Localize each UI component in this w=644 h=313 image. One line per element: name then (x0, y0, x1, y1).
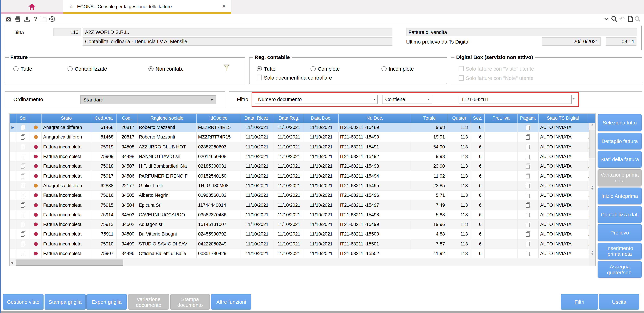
column-header-idCodice[interactable]: IdCodice (197, 114, 240, 123)
payment-icon[interactable] (518, 142, 539, 152)
column-header-marker[interactable] (10, 114, 16, 123)
table-row[interactable]: Fattura incompleta7590934498NANNI OTTAVI… (10, 152, 595, 162)
select-row-icon[interactable] (16, 142, 30, 152)
help-icon[interactable]: ? (32, 16, 39, 22)
select-row-icon[interactable] (16, 132, 30, 142)
favorite-star-icon[interactable]: ☆ (69, 4, 73, 9)
column-header-cod[interactable]: Cod. (116, 114, 138, 123)
select-row-icon[interactable] (16, 171, 30, 181)
select-row-icon[interactable] (16, 249, 30, 259)
bottom-button-filtri[interactable]: Filtri (561, 294, 598, 310)
select-row-icon[interactable] (16, 230, 30, 239)
table-row[interactable]: ▶Anagrafica differen6146820817Roberto Ma… (10, 123, 595, 132)
table-row[interactable]: Fattura incompleta7591134500Dr. Vittorio… (10, 230, 595, 239)
select-row-icon[interactable] (16, 123, 30, 132)
column-header-dataReg[interactable]: Data Reg. (274, 114, 304, 123)
column-header-nrDoc[interactable]: Nr. Doc. (338, 114, 411, 123)
column-header-stato[interactable]: Stato (42, 114, 91, 123)
checkbox-solo-documenti[interactable]: Solo documenti da controllare (257, 75, 332, 80)
bottom-button-uscita[interactable]: Uscita (599, 294, 639, 310)
column-header-pagam[interactable]: Pagam. (518, 114, 539, 123)
bottom-button-gestione-viste[interactable]: Gestione viste (3, 294, 44, 310)
side-button-inizio-anteprima[interactable]: Inizio Anteprima (598, 188, 642, 204)
home-tab[interactable] (1, 0, 64, 14)
radio-fatture-0[interactable]: Tutte (13, 66, 32, 72)
payment-icon[interactable] (518, 220, 539, 230)
column-header-ragione[interactable]: Ragione sociale (138, 114, 197, 123)
select-row-icon[interactable] (16, 210, 30, 220)
scroll-left-icon[interactable]: ◀ (10, 260, 13, 264)
table-row[interactable]: Fattura incompleta7591834507H.P. di Bomb… (10, 162, 595, 171)
column-header-extra[interactable] (587, 114, 596, 123)
camera-icon[interactable] (6, 16, 12, 22)
select-row-icon[interactable] (16, 190, 30, 200)
horizontal-scrollbar-thumb[interactable] (16, 260, 124, 266)
upload-icon[interactable] (24, 16, 30, 22)
column-header-dataRicez[interactable]: Data. Ricez. (240, 114, 274, 123)
side-button-inserimento-prima-nota[interactable]: Inserimento prima nota (598, 242, 642, 259)
payment-icon[interactable] (518, 181, 539, 191)
table-row[interactable]: Anagrafica differen6288822177Giulio Tire… (10, 181, 595, 191)
payment-icon[interactable] (518, 132, 539, 142)
table-row[interactable]: Anagrafica differen6146820817Roberto Maz… (10, 132, 595, 142)
scroll-jump-icon[interactable]: ▲▼ (589, 185, 595, 190)
payment-icon[interactable] (518, 249, 539, 259)
select-row-icon[interactable] (16, 152, 30, 162)
payment-icon[interactable] (518, 210, 539, 220)
payment-icon[interactable] (518, 200, 539, 210)
payment-icon[interactable] (518, 239, 539, 249)
table-row[interactable]: Fattura incompleta7591634505Alberto Negr… (10, 190, 595, 200)
scroll-up-icon[interactable]: ▲ (589, 124, 595, 126)
filter-funnel-icon[interactable] (224, 64, 229, 72)
table-row[interactable]: Fattura incompleta7590734496Officina Bal… (10, 249, 595, 259)
column-header-dot[interactable] (30, 114, 42, 123)
radio-reg-1[interactable]: Complete (310, 66, 340, 72)
select-row-icon[interactable] (16, 200, 30, 210)
select-row-icon[interactable] (16, 181, 30, 191)
column-header-dataDoc[interactable]: Data Doc. (304, 114, 338, 123)
payment-icon[interactable] (518, 171, 539, 181)
table-row[interactable]: Fattura incompleta7591334502Aquagon srl1… (10, 220, 595, 230)
ordinamento-select[interactable]: Standard (80, 95, 216, 104)
column-header-protIva[interactable]: Prot. Iva (485, 114, 518, 123)
payment-icon[interactable] (518, 190, 539, 200)
column-header-statoTs[interactable]: Stato TS Digital (539, 114, 587, 123)
vertical-scrollbar[interactable]: ▲ ▲▼ ▼▼ (589, 123, 595, 259)
print-icon[interactable] (15, 16, 21, 22)
column-header-quater[interactable]: Quater (448, 114, 471, 123)
new-document-icon[interactable] (627, 16, 634, 22)
side-button-seleziona-tutto[interactable]: Seleziona tutto (598, 114, 642, 131)
vertical-scrollbar-thumb[interactable] (590, 130, 595, 158)
select-row-icon[interactable] (16, 162, 30, 171)
radio-reg-0[interactable]: Tutte (257, 66, 276, 72)
bottom-button-altre-funzioni[interactable]: Altre funzioni (211, 294, 251, 310)
select-row-icon[interactable] (16, 239, 30, 249)
filtro-value-dropdown-icon[interactable] (572, 98, 575, 100)
table-row[interactable]: Fattura incompleta7591034499STUDIO SAVIC… (10, 239, 595, 249)
table-row[interactable]: Fattura incompleta7591434503CAVERNI RICC… (10, 210, 595, 220)
search-icon[interactable] (611, 16, 617, 22)
folder-icon[interactable] (40, 16, 46, 22)
horizontal-scrollbar[interactable]: ◀ (10, 259, 589, 266)
column-header-sez[interactable]: Sez. (471, 114, 485, 123)
side-button-assegna-quater-sez-[interactable]: Assegna quater/sez. (598, 261, 642, 278)
close-tab-icon[interactable]: ✕ (222, 4, 226, 9)
tab-econs[interactable]: ☆ ECONS - Console per la gestione delle … (64, 0, 231, 14)
bottom-button-stampa-griglia[interactable]: Stampa griglia (44, 294, 86, 310)
table-row[interactable]: Fattura incompleta7591934508AZZURRO CLUB… (10, 142, 595, 152)
column-header-sel[interactable]: Sel (16, 114, 30, 123)
preview-icon[interactable] (49, 16, 55, 22)
chevron-down-icon[interactable] (603, 16, 610, 22)
radio-fatture-1[interactable]: Contabilizzate (68, 66, 107, 72)
column-header-totale[interactable]: Totale (411, 114, 448, 123)
side-button-stati-della-fattura[interactable]: Stati della fattura (598, 151, 642, 168)
side-button-prelievo[interactable]: Prelievo (598, 224, 642, 241)
column-header-codAna[interactable]: Cod.Ana (91, 114, 116, 123)
radio-reg-2[interactable]: Incomplete (382, 66, 414, 72)
payment-icon[interactable] (518, 123, 539, 132)
scroll-down-fast-icon[interactable]: ▼▼ (589, 250, 595, 256)
payment-icon[interactable] (518, 162, 539, 171)
payment-icon[interactable] (518, 230, 539, 239)
radio-fatture-2[interactable]: Non contab. (148, 66, 183, 72)
filtro-value-input[interactable]: IT21-68211I (459, 95, 572, 104)
